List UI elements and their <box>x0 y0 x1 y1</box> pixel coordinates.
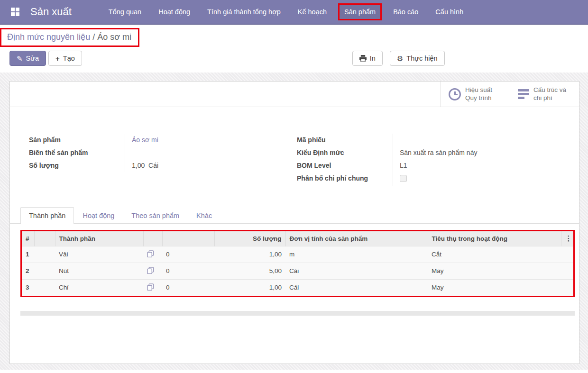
breadcrumb-parent-link[interactable]: Định mức nguyên liệu <box>7 32 90 42</box>
plus-icon: + <box>55 55 60 62</box>
edit-button-label: Sửa <box>26 55 39 62</box>
row-component: Vải <box>55 246 143 263</box>
breadcrumb-current: Áo sơ mi <box>97 32 131 42</box>
menu-item-tong-quan[interactable]: Tổng quan <box>103 4 147 19</box>
clock-icon <box>449 88 461 100</box>
col-quantity[interactable]: Số lượng <box>214 231 285 246</box>
apps-menu-button[interactable] <box>0 0 30 24</box>
quantity-value: 1,00 Cái <box>125 159 292 172</box>
components-table-header: # Thành phần Số lượng Đơn vị tính của sả… <box>22 231 573 246</box>
col-zero <box>162 231 214 246</box>
row-quantity: 1,00 <box>214 246 285 263</box>
row-component: Nút <box>55 263 143 279</box>
form-left-group: Sản phẩm Áo sơ mi Biến thể sản phẩm Số l… <box>29 134 292 186</box>
product-value: Áo sơ mi <box>125 134 292 146</box>
row-index: 3 <box>22 279 34 296</box>
table-row-3[interactable]: 3 Chỉ 0 1,00 Cái May <box>22 279 573 296</box>
efficiency-stat-label: Hiệu suất Quy trình <box>465 86 492 102</box>
quantity-uom: Cái <box>148 162 158 169</box>
control-panel-buttons: ✎ Sửa + Tạo In ⚙ Thực hiện <box>9 51 588 66</box>
table-row-2[interactable]: 2 Nút 0 5,00 Cái May <box>22 263 573 279</box>
product-link[interactable]: Áo sơ mi <box>132 136 158 144</box>
main-menu: Tổng quan Hoạt động Tính giá thành tổng … <box>100 0 472 24</box>
bars-icon <box>518 89 529 99</box>
reference-label: Mã phiếu <box>297 134 393 146</box>
menu-item-bao-cao[interactable]: Báo cáo <box>387 4 424 19</box>
product-label: Sản phẩm <box>29 134 125 146</box>
row-uom: m <box>285 246 428 263</box>
tab-theo-san-pham[interactable]: Theo sản phẩm <box>123 207 188 224</box>
row-zero: 0 <box>162 263 214 279</box>
copy-icon <box>147 267 154 274</box>
gear-icon: ⚙ <box>397 55 403 62</box>
create-button-label: Tạo <box>63 55 75 62</box>
create-button[interactable]: + Tạo <box>48 51 82 66</box>
breadcrumb: Định mức nguyên liệu / Áo sơ mi <box>7 32 131 42</box>
print-button-label: In <box>370 55 376 62</box>
tab-khac[interactable]: Khác <box>188 207 220 224</box>
row-uom: Cái <box>285 263 428 279</box>
print-button[interactable]: In <box>352 51 383 66</box>
row-zero: 0 <box>162 279 214 296</box>
reference-value <box>393 134 560 146</box>
row-zero: 0 <box>162 246 214 263</box>
pencil-icon: ✎ <box>17 55 23 62</box>
form-sheet: Hiệu suất Quy trình Cấu trúc và chi phí … <box>9 81 579 364</box>
row-operation: May <box>428 263 561 279</box>
row-quantity: 5,00 <box>214 263 285 279</box>
quantity-label: Số lượng <box>29 159 125 172</box>
copy-icon <box>147 250 154 257</box>
tab-thanh-phan[interactable]: Thành phần <box>20 207 74 224</box>
breadcrumb-annotation-box: Định mức nguyên liệu / Áo sơ mi <box>0 28 139 47</box>
structure-cost-stat-label: Cấu trúc và chi phí <box>533 86 566 102</box>
control-panel: Định mức nguyên liệu / Áo sơ mi ✎ Sửa + … <box>0 25 588 73</box>
page-background: Hiệu suất Quy trình Cấu trúc và chi phí … <box>0 73 588 370</box>
row-index: 1 <box>22 246 34 263</box>
form-fields: Sản phẩm Áo sơ mi Biến thể sản phẩm Số l… <box>10 107 579 186</box>
menu-item-cau-hinh[interactable]: Cấu hình <box>430 4 469 19</box>
overhead-label: Phân bổ chi phí chung <box>297 172 373 186</box>
row-uom: Cái <box>285 279 428 296</box>
app-title[interactable]: Sản xuất <box>30 0 72 24</box>
table-row-1[interactable]: 1 Vải 0 1,00 m Cắt <box>22 246 573 263</box>
col-index[interactable]: # <box>22 231 34 246</box>
menu-item-san-pham[interactable]: Sản phẩm <box>338 3 382 20</box>
components-table: # Thành phần Số lượng Đơn vị tính của sả… <box>22 231 573 296</box>
breadcrumb-separator: / <box>90 32 97 42</box>
menu-item-ke-hoach[interactable]: Kế hoạch <box>292 4 332 19</box>
bom-type-label: Kiểu Định mức <box>297 146 393 159</box>
menu-item-hoat-dong[interactable]: Hoạt động <box>153 4 196 19</box>
variant-label: Biến thể sản phẩm <box>29 146 125 159</box>
col-uom[interactable]: Đơn vị tính của sản phẩm <box>285 231 428 246</box>
row-quantity: 1,00 <box>214 279 285 296</box>
top-navbar: Sản xuất Tổng quan Hoạt động Tính giá th… <box>0 0 588 25</box>
optional-columns-icon[interactable]: ⋮ <box>565 234 572 242</box>
copy-icon <box>147 283 154 291</box>
structure-cost-stat-button[interactable]: Cấu trúc và chi phí <box>510 82 579 107</box>
action-button[interactable]: ⚙ Thực hiện <box>390 51 445 66</box>
edit-button[interactable]: ✎ Sửa <box>9 51 46 66</box>
row-component: Chỉ <box>55 279 143 296</box>
efficiency-stat-button[interactable]: Hiệu suất Quy trình <box>441 82 510 107</box>
stat-button-row: Hiệu suất Quy trình Cấu trúc và chi phí <box>10 82 579 107</box>
table-footer-bar <box>20 311 575 316</box>
bom-level-value: L1 <box>393 159 560 172</box>
col-component[interactable]: Thành phần <box>55 231 143 246</box>
row-operation: Cắt <box>428 246 561 263</box>
overhead-checkbox[interactable] <box>400 175 407 182</box>
apps-grid-icon <box>11 8 19 16</box>
form-right-group: Mã phiếu Kiểu Định mức Sản xuất ra sản p… <box>297 134 560 186</box>
col-spacer <box>34 231 55 246</box>
tab-hoat-dong[interactable]: Hoạt động <box>74 207 123 224</box>
menu-item-tinh-gia-thanh[interactable]: Tính giá thành tổng hợp <box>202 4 286 19</box>
notebook-tabs: Thành phần Hoạt động Theo sản phẩm Khác <box>20 207 579 224</box>
col-icon <box>143 231 162 246</box>
row-index: 2 <box>22 263 34 279</box>
row-operation: May <box>428 279 561 296</box>
col-operation[interactable]: Tiêu thụ trong hoạt động <box>428 231 561 246</box>
bom-level-label: BOM Level <box>297 159 393 172</box>
overhead-value <box>393 172 560 186</box>
printer-icon <box>359 55 367 62</box>
action-button-label: Thực hiện <box>406 55 437 62</box>
table-annotation-box: # Thành phần Số lượng Đơn vị tính của sả… <box>20 230 575 297</box>
